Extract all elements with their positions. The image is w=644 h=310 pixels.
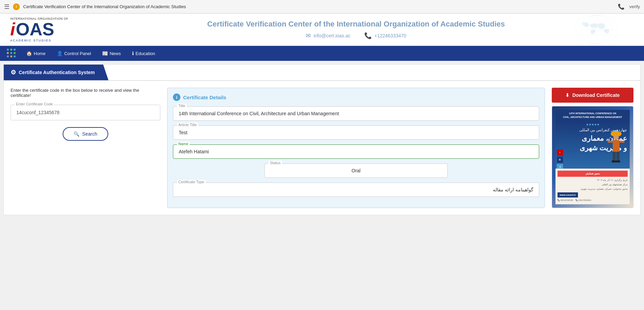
nav-item-home[interactable]: 🏠 Home — [21, 46, 50, 61]
navigation-bar: 🏠 Home 👤 Control Panel 📰 News ℹ Educatio… — [0, 46, 644, 61]
svg-point-14 — [601, 25, 602, 26]
poster-details-text: تاریخ برگزاری: ۱۶ آذر ماه ۱۴۰۳ مرکز همای… — [558, 178, 628, 191]
svg-rect-23 — [613, 152, 616, 162]
header-contacts: ✉ info@cert.ioas.ac 📞 +12246333470 — [306, 32, 406, 39]
svg-point-12 — [593, 25, 594, 26]
download-label: Download Certificate — [572, 92, 619, 98]
browser-bar: ☰ i Certificate Verification Center of t… — [0, 0, 644, 14]
body-content: Enter the certificate code in the box be… — [4, 81, 640, 215]
browser-tab-title: Certificate Verification Center of the I… — [23, 4, 614, 9]
download-certificate-button[interactable]: ⬇ Download Certificate — [552, 88, 633, 103]
favicon: i — [13, 3, 20, 10]
poster-dot — [586, 124, 588, 125]
left-panel: Enter the certificate code in the box be… — [11, 88, 160, 208]
nav-education-label: Education — [135, 51, 155, 56]
svg-point-19 — [613, 135, 619, 140]
search-icon: 🔍 — [74, 131, 79, 137]
hamburger-menu-icon[interactable]: ☰ — [4, 3, 10, 11]
poster-dot — [597, 124, 599, 125]
poster-dot — [589, 124, 591, 125]
email-contact: ✉ info@cert.ioas.ac — [306, 32, 350, 39]
certificate-code-input[interactable] — [11, 105, 160, 120]
nav-dot — [7, 52, 9, 54]
gear-icon: ⚙ — [11, 69, 16, 76]
conference-poster: 14TH INTERNATIONAL CONFERENCE ON CIVIL, … — [552, 106, 633, 208]
nav-home-label: Home — [34, 51, 46, 56]
cas-title-box: ⚙ Certificate Authentication System — [4, 65, 109, 80]
article-title-value: Test — [173, 125, 539, 140]
email-icon: ✉ — [306, 32, 311, 39]
nav-item-control-panel[interactable]: 👤 Control Panel — [52, 46, 96, 61]
phone-contact: 📞 +12246333470 — [364, 32, 406, 39]
nav-dot — [10, 52, 12, 54]
logo-ioas: i OAS — [10, 20, 54, 38]
nav-control-panel-label: Control Panel — [64, 51, 91, 56]
cert-type-value: گواهینامه ارائه مقاله — [173, 183, 539, 197]
instruction-text: Enter the certificate code in the box be… — [11, 88, 160, 98]
poster-main: چهاردهمین کنفرانس بین المللی عمران، معما… — [556, 121, 630, 169]
logo-i-letter: i — [10, 20, 15, 38]
status-value: Oral — [264, 163, 448, 178]
worker-figure — [604, 128, 628, 162]
nav-item-education[interactable]: ℹ Education — [127, 46, 160, 61]
article-title-label: Article Title — [177, 123, 198, 127]
nav-dots-decoration — [7, 49, 16, 58]
nav-dot — [10, 49, 12, 51]
site-header: International Organization of i OAS Acad… — [0, 14, 644, 46]
download-icon: ⬇ — [565, 92, 569, 98]
svg-rect-22 — [619, 141, 625, 143]
email-address: info@cert.ioas.ac — [313, 33, 350, 38]
logo-oas-letters: OAS — [16, 20, 54, 38]
nav-item-news[interactable]: 📰 News — [97, 46, 126, 61]
logo-bottom-text: Academic Studies — [10, 39, 51, 42]
status-label: Status — [269, 161, 282, 165]
main-content: ⚙ Certificate Authentication System Ente… — [3, 64, 641, 215]
svg-point-16 — [606, 30, 607, 31]
right-panel: ⬇ Download Certificate 14TH INTERNATIONA… — [552, 88, 633, 208]
svg-point-13 — [597, 25, 598, 26]
poster-bottom: مجوز همایش تاریخ برگزاری: ۱۶ آذر ماه ۱۴۰… — [556, 169, 630, 204]
poster-contacts: 📞 09102192435 📞 09127063023 — [558, 199, 628, 202]
svg-rect-24 — [616, 152, 619, 162]
side-icon-blue: 🏛 — [557, 157, 563, 163]
certificate-code-label: Enter Certificate Code — [15, 102, 54, 106]
cert-panel-title: Certificate Details — [183, 94, 226, 100]
nav-dot — [14, 55, 16, 57]
title-field-group: Title 14th International Conference on C… — [173, 106, 539, 121]
phone-icon: 📞 — [364, 32, 372, 39]
search-label: Search — [82, 131, 97, 137]
title-value: 14th International Conference on Civil, … — [173, 106, 539, 121]
name-field-group: Name Atefeh Hatami — [173, 144, 539, 159]
poster-website: www.cuconf.ir — [558, 192, 578, 197]
poster-dots — [586, 124, 599, 125]
world-map-decoration — [549, 14, 644, 46]
browser-right-icons: 📞 verify — [618, 3, 640, 10]
title-label: Title — [177, 104, 187, 108]
poster-line2: CIVIL, ARCHITECTURE AND URBAN MANAGEMENT — [557, 116, 628, 119]
nav-dot — [7, 55, 9, 57]
poster-footer: www.cuconf.ir — [558, 192, 628, 197]
poster-dot — [592, 124, 594, 125]
nav-dot — [7, 49, 9, 51]
control-panel-icon: 👤 — [57, 51, 63, 56]
search-button[interactable]: 🔍 Search — [63, 127, 108, 141]
nav-dot — [14, 49, 16, 51]
name-label: Name — [177, 142, 190, 146]
poster-top-text: 14TH INTERNATIONAL CONFERENCE ON CIVIL, … — [556, 110, 630, 121]
home-icon: 🏠 — [26, 51, 32, 56]
logo-area: International Organization of i OAS Acad… — [10, 17, 71, 42]
name-value: Atefeh Hatami — [173, 144, 539, 159]
phone-number: +12246333470 — [374, 33, 406, 38]
status-field-group: Status Oral — [173, 163, 539, 178]
news-icon: 📰 — [102, 51, 108, 56]
poster-line1: 14TH INTERNATIONAL CONFERENCE ON — [557, 112, 628, 116]
cas-title: Certificate Authentication System — [19, 70, 95, 75]
side-icon-red: i — [557, 150, 563, 156]
education-icon: ℹ — [132, 51, 134, 56]
poster-dot — [595, 124, 596, 125]
ioas-side-icons: i 🏛 ★ — [557, 150, 563, 169]
cert-panel-header: i Certificate Details — [173, 93, 539, 101]
article-title-field-group: Article Title Test — [173, 125, 539, 140]
svg-point-11 — [586, 24, 587, 25]
nav-dot — [10, 55, 12, 57]
